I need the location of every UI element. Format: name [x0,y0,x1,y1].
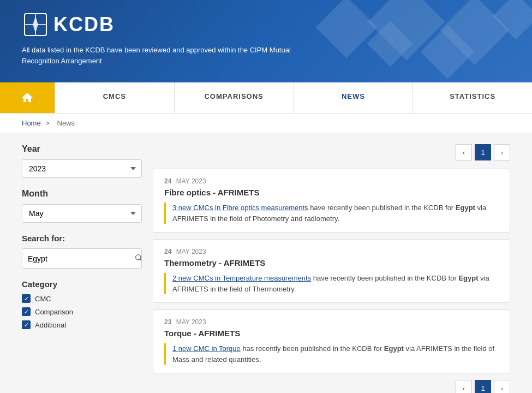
year-label: Year [22,144,142,154]
header-diamonds [314,0,532,82]
news-link-3[interactable]: 1 new CMC in Torque [172,344,241,353]
header: KCDB All data listed in the KCDB have be… [0,0,532,82]
news-header: ‹ 1 › [153,144,510,160]
breadcrumb-current: News [57,119,75,127]
news-day-2: 24 [164,248,171,255]
comparison-checkbox[interactable]: ✓ [22,307,31,316]
nav-item-news[interactable]: NEWS [294,82,413,113]
svg-point-4 [136,255,141,260]
current-page-button[interactable]: 1 [475,144,491,160]
additional-label: Additional [35,321,66,329]
logo-text: KCDB [53,13,115,36]
news-body-after-2: have recently been published in the KCDB… [311,274,458,282]
news-item-2: 24 MAY 2023 Thermometry - AFRIMETS 2 new… [153,239,510,303]
additional-checkbox[interactable]: ✓ [22,320,31,329]
nav-item-cmcs[interactable]: CMCS [55,82,174,113]
svg-line-5 [140,259,142,261]
news-body-after-3: has recently been published in the KCDB … [241,344,384,353]
home-icon [21,91,34,104]
category-comparison: ✓ Comparison [22,307,142,316]
header-tagline: All data listed in the KCDB have been re… [22,45,295,66]
news-item-3: 23 MAY 2023 Torque - AFRIMETS 1 new CMC … [153,309,510,373]
search-button[interactable] [129,249,142,268]
news-month-year-2: MAY 2023 [176,248,206,255]
top-pagination: ‹ 1 › [456,144,510,160]
month-label: Month [22,189,142,199]
category-additional: ✓ Additional [22,320,142,329]
news-body-after-1: have recently been published in the KCDB… [308,204,456,212]
search-section: Search for: [22,234,142,269]
category-section: Category ✓ CMC ✓ Comparison ✓ Additional [22,279,142,329]
news-bold-1: Egypt [456,204,475,212]
sidebar: Year 2023 2022 2021 2020 Month JanuaryFe… [22,144,142,393]
news-list: ‹ 1 › 24 MAY 2023 Fibre optics - AFRIMET… [153,144,510,393]
search-icon [134,253,142,262]
nav-item-comparisons[interactable]: COMPARISONS [174,82,294,113]
category-cmc: ✓ CMC [22,294,142,303]
month-select[interactable]: JanuaryFebruaryMarchApril MayJuneJulyAug… [22,204,142,223]
news-footer: ‹ 1 › [153,380,510,393]
breadcrumb-separator: > [45,119,50,127]
news-bold-3: Egypt [384,344,404,353]
news-date-1: 24 MAY 2023 [164,177,499,185]
news-link-2[interactable]: 2 new CMCs in Temperature measurements [172,274,311,282]
prev-page-button[interactable]: ‹ [456,144,472,160]
prev-page-bottom-button[interactable]: ‹ [456,380,472,393]
news-day-1: 24 [164,177,171,185]
svg-marker-3 [33,16,38,33]
next-page-button[interactable]: › [494,144,510,160]
logo-icon [22,11,49,38]
breadcrumb-home[interactable]: Home [22,119,41,127]
bottom-pagination: ‹ 1 › [456,380,510,393]
search-box [22,248,142,269]
news-month-year-3: MAY 2023 [176,318,206,326]
news-month-year-1: MAY 2023 [176,177,206,185]
current-page-bottom-button[interactable]: 1 [475,380,491,393]
news-bold-2: Egypt [458,274,478,282]
search-input[interactable] [22,249,129,268]
news-date-2: 24 MAY 2023 [164,248,499,255]
news-body-1: 3 new CMCs in Fibre optics measurements … [164,203,499,224]
news-date-3: 23 MAY 2023 [164,318,499,326]
category-label: Category [22,279,142,289]
news-title-1: Fibre optics - AFRIMETS [164,188,499,197]
year-select[interactable]: 2023 2022 2021 2020 [22,159,142,178]
cmc-checkbox[interactable]: ✓ [22,294,31,303]
year-filter: Year 2023 2022 2021 2020 [22,144,142,178]
news-body-2: 2 new CMCs in Temperature measurements h… [164,273,499,294]
news-body-3: 1 new CMC in Torque has recently been pu… [164,343,499,365]
news-day-3: 23 [164,318,171,326]
news-title-2: Thermometry - AFRIMETS [164,258,499,267]
news-item-1: 24 MAY 2023 Fibre optics - AFRIMETS 3 ne… [153,169,510,233]
comparison-label: Comparison [35,308,73,316]
month-filter: Month JanuaryFebruaryMarchApril MayJuneJ… [22,189,142,223]
next-page-bottom-button[interactable]: › [494,380,510,393]
main-content: Year 2023 2022 2021 2020 Month JanuaryFe… [0,133,532,393]
nav-home-button[interactable] [0,82,55,113]
nav-item-statistics[interactable]: STATISTICS [413,82,532,113]
nav: CMCS COMPARISONS NEWS STATISTICS [0,82,532,114]
news-title-3: Torque - AFRIMETS [164,329,499,338]
cmc-label: CMC [35,295,51,303]
news-link-1[interactable]: 3 new CMCs in Fibre optics measurements [172,204,308,212]
breadcrumb: Home > News [0,114,532,133]
search-label: Search for: [22,234,142,243]
